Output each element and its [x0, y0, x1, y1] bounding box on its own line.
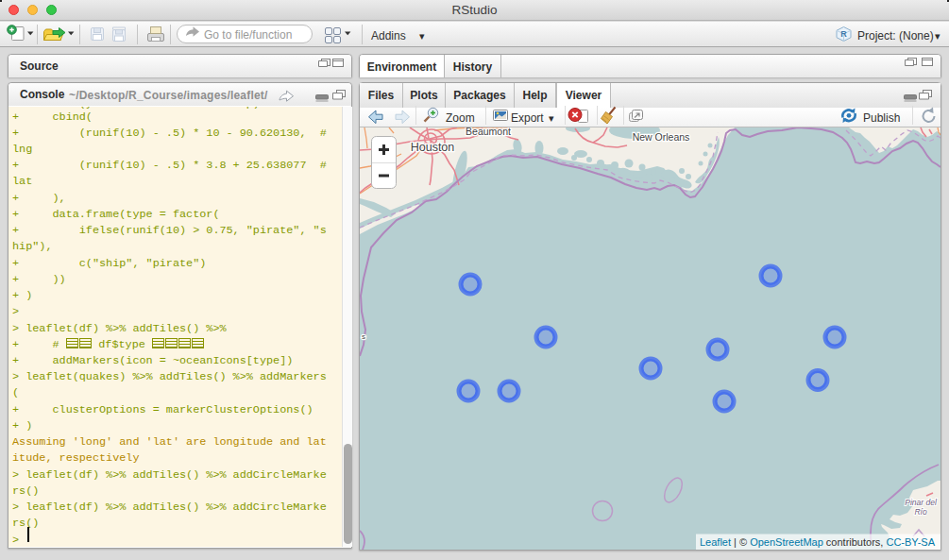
svg-text:Pinar del: Pinar del [905, 498, 938, 507]
svg-text:Beaumont: Beaumont [466, 127, 511, 137]
svg-text:Leaflet | © OpenStreetMap cont: Leaflet | © OpenStreetMap contributors, … [700, 536, 936, 548]
svg-text:New Orleans: New Orleans [633, 131, 690, 143]
svg-text:s: s [362, 332, 365, 341]
svg-text:Houston: Houston [411, 141, 455, 154]
svg-text:Río: Río [914, 507, 927, 517]
